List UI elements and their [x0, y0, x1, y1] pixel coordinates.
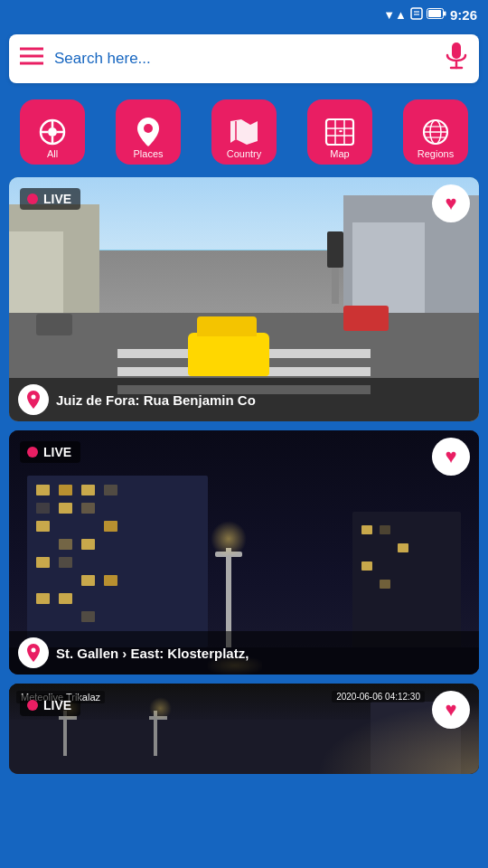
- feed-caption-1: Juiz de Fora: Rua Benjamin Co: [9, 378, 479, 421]
- status-bar: ▼▲ 9:26: [0, 0, 488, 29]
- status-icons: ▼▲ 9:26: [383, 7, 477, 23]
- all-icon-box: All: [20, 99, 85, 165]
- search-input[interactable]: [54, 50, 445, 68]
- svg-rect-0: [411, 8, 422, 19]
- svg-point-13: [48, 127, 57, 137]
- regions-icon-box: Regions: [403, 99, 468, 165]
- caption-pin-1: [18, 384, 49, 415]
- live-badge-3: LIVE: [20, 694, 80, 716]
- svg-point-18: [144, 124, 153, 133]
- category-regions[interactable]: Regions: [390, 99, 481, 165]
- caption-text-2: St. Gallen › East: Klosterplatz,: [56, 646, 249, 661]
- svg-point-25: [32, 395, 36, 400]
- category-all[interactable]: All: [7, 99, 98, 165]
- all-label: All: [47, 148, 58, 159]
- country-label: Country: [227, 148, 262, 159]
- live-badge-2: LIVE: [20, 441, 80, 463]
- category-country[interactable]: Country: [199, 99, 289, 165]
- svg-point-26: [32, 648, 36, 653]
- live-dot-2: [27, 447, 38, 458]
- caption-pin-2: [18, 637, 49, 668]
- live-dot-3: [27, 700, 38, 711]
- timestamp-right: 2020-06-06 04:12:30: [332, 691, 425, 703]
- sim-icon: [410, 7, 423, 23]
- category-nav: All Places Country: [0, 90, 488, 177]
- live-dot-1: [27, 193, 38, 204]
- caption-text-1: Juiz de Fora: Rua Benjamin Co: [56, 392, 256, 408]
- live-badge-1: LIVE: [20, 188, 80, 210]
- battery-icon: [427, 8, 446, 22]
- category-places[interactable]: Places: [103, 99, 193, 165]
- mic-icon[interactable]: [445, 42, 468, 76]
- heart-btn-2[interactable]: ♥: [432, 438, 470, 476]
- search-bar: [9, 34, 479, 83]
- country-icon-box: Country: [211, 99, 277, 165]
- map-icon-box: Map: [307, 99, 372, 165]
- wifi-icon: ▼▲: [383, 8, 407, 22]
- feed-card-3[interactable]: Meteolive Trikalaz 2020-06-06 04:12:30 L…: [9, 684, 479, 774]
- status-time: 9:26: [450, 7, 477, 23]
- feed-card-2[interactable]: LIVE ♥ St. Gallen › East: Klosterplatz,: [9, 430, 479, 675]
- heart-btn-1[interactable]: ♥: [432, 184, 470, 222]
- hamburger-icon[interactable]: [20, 47, 43, 71]
- category-map[interactable]: Map: [295, 99, 385, 165]
- feed-card-1[interactable]: LIVE ♥ Juiz de Fora: Rua Benjamin Co: [9, 177, 479, 421]
- places-label: Places: [133, 148, 163, 159]
- map-label: Map: [330, 148, 349, 159]
- feed-caption-2: St. Gallen › East: Klosterplatz,: [9, 631, 479, 675]
- svg-rect-5: [428, 10, 441, 17]
- feed: LIVE ♥ Juiz de Fora: Rua Benjamin Co: [0, 177, 488, 792]
- regions-label: Regions: [418, 148, 454, 159]
- svg-rect-9: [452, 42, 461, 59]
- svg-rect-4: [444, 11, 446, 15]
- heart-btn-3[interactable]: ♥: [432, 691, 470, 729]
- places-icon-box: Places: [116, 99, 181, 165]
